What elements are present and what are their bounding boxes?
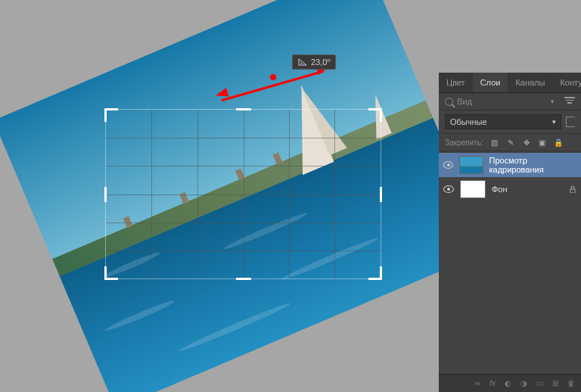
trash-icon[interactable]: 🗑 bbox=[567, 379, 575, 387]
visibility-eye-icon[interactable] bbox=[443, 185, 454, 193]
lock-label: Закрепить: bbox=[445, 138, 483, 147]
crop-handle-bl[interactable] bbox=[104, 266, 118, 280]
panel-tabs: Цвет Слои Каналы Контуры bbox=[439, 73, 581, 93]
tab-layers[interactable]: Слои bbox=[473, 73, 508, 92]
crop-handle-bottom[interactable] bbox=[236, 278, 251, 280]
blend-mode-select[interactable]: Обычные ▾ bbox=[445, 114, 561, 129]
canvas-area[interactable]: 23,0º bbox=[0, 0, 439, 392]
layer-item[interactable]: Фон bbox=[439, 177, 581, 201]
chevron-down-icon: ▾ bbox=[551, 98, 555, 105]
layer-thumbnail[interactable] bbox=[460, 180, 486, 198]
blend-mode-value: Обычные bbox=[450, 117, 487, 126]
layer-name: Фон bbox=[492, 185, 508, 194]
layer-thumbnail[interactable] bbox=[459, 156, 483, 174]
opacity-bracket-icon[interactable] bbox=[566, 117, 575, 127]
layer-name: Просмотр кадрирования bbox=[489, 156, 576, 174]
link-layers-icon[interactable]: ⇔ bbox=[474, 379, 480, 387]
lock-artboard-icon[interactable]: ▣ bbox=[538, 138, 547, 147]
group-icon[interactable]: ▭ bbox=[536, 379, 543, 387]
rotation-angle-badge: 23,0º bbox=[292, 54, 336, 70]
panel-footer: ⇔ fx ◐ ◑ ▭ ⊞ 🗑 bbox=[439, 374, 581, 392]
crop-handle-right[interactable] bbox=[380, 187, 382, 202]
search-icon bbox=[445, 98, 453, 106]
layer-item[interactable]: Просмотр кадрирования bbox=[439, 153, 581, 177]
angle-icon bbox=[298, 58, 307, 66]
crop-handle-tl[interactable] bbox=[104, 108, 118, 122]
crop-handle-left[interactable] bbox=[104, 187, 107, 202]
layers-list: Просмотр кадрирования Фон bbox=[439, 151, 581, 374]
blend-mode-row: Обычные ▾ bbox=[439, 110, 581, 134]
layers-panel: Цвет Слои Каналы Контуры Вид ▾ Обычные ▾… bbox=[439, 73, 581, 392]
visibility-eye-icon[interactable] bbox=[443, 161, 453, 169]
filter-toggle-icon[interactable] bbox=[564, 97, 575, 106]
rotation-angle-value: 23,0º bbox=[311, 58, 330, 67]
mask-icon[interactable]: ◐ bbox=[505, 379, 511, 387]
lock-icon bbox=[569, 185, 576, 193]
crop-handle-br[interactable] bbox=[368, 266, 382, 280]
lock-all-icon[interactable]: 🔒 bbox=[554, 138, 563, 147]
filter-type-select[interactable]: Вид bbox=[457, 97, 547, 106]
tab-color[interactable]: Цвет bbox=[439, 73, 473, 92]
lock-pixels-icon[interactable]: ▨ bbox=[490, 138, 499, 147]
tab-paths[interactable]: Контуры bbox=[552, 73, 581, 92]
layer-filter-row: Вид ▾ bbox=[439, 93, 581, 110]
fx-icon[interactable]: fx bbox=[489, 379, 496, 387]
crop-handle-top[interactable] bbox=[236, 108, 251, 110]
tab-channels[interactable]: Каналы bbox=[508, 73, 552, 92]
new-layer-icon[interactable]: ⊞ bbox=[552, 379, 558, 387]
chevron-down-icon: ▾ bbox=[552, 118, 556, 126]
lock-options-row: Закрепить: ▨ ✎ ✥ ▣ 🔒 bbox=[439, 134, 581, 151]
lock-position-icon[interactable]: ✥ bbox=[522, 138, 531, 147]
adjustment-icon[interactable]: ◑ bbox=[520, 379, 527, 387]
crop-overlay[interactable] bbox=[105, 109, 381, 279]
crop-handle-tr[interactable] bbox=[368, 108, 382, 122]
lock-brush-icon[interactable]: ✎ bbox=[506, 138, 515, 147]
